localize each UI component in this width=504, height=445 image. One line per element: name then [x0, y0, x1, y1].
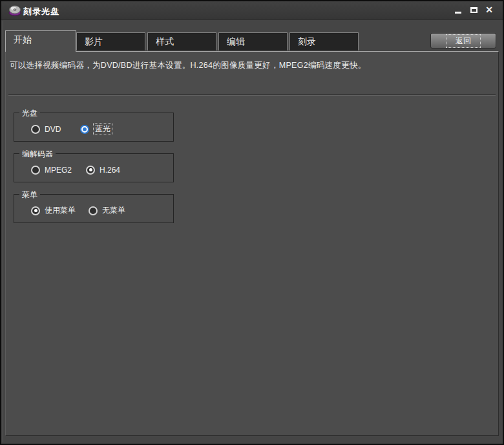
- tab-style[interactable]: 样式: [147, 32, 216, 50]
- radio-use-menu[interactable]: 使用菜单: [31, 205, 76, 216]
- minimize-icon: [455, 12, 461, 14]
- back-button-label: 返回: [446, 35, 480, 47]
- radio-bluray[interactable]: 蓝光: [80, 124, 112, 135]
- group-codec-options: MPEG2 H.264: [14, 154, 173, 182]
- content-panel: 可以选择视频编码器，为DVD/BD进行基本设置。H.264的图像质量更好，MPE…: [5, 51, 499, 436]
- tab-start[interactable]: 开始: [5, 30, 76, 52]
- radio-dvd-icon: [31, 125, 40, 134]
- group-menu-options: 使用菜单 无菜单: [14, 195, 173, 222]
- group-codec: 编解码器 MPEG2 H.264: [14, 153, 174, 182]
- radio-dvd[interactable]: DVD: [31, 125, 61, 134]
- disc-icon: [8, 4, 22, 17]
- app-window: 刻录光盘 ✕ 开始 影片 样式 编辑 刻录 返回 可以选择视频编码器，为DVD/…: [0, 0, 504, 445]
- radio-mpeg2[interactable]: MPEG2: [31, 166, 72, 175]
- radio-h264-label: H.264: [100, 166, 120, 175]
- tab-burn[interactable]: 刻录: [289, 32, 359, 50]
- maximize-button[interactable]: [468, 3, 479, 16]
- close-button[interactable]: ✕: [483, 3, 495, 16]
- radio-dvd-label: DVD: [45, 125, 61, 134]
- title-bar[interactable]: 刻录光盘 ✕: [1, 1, 503, 20]
- window-controls: ✕: [452, 3, 495, 16]
- group-menu: 菜单 使用菜单 无菜单: [14, 194, 174, 223]
- radio-h264[interactable]: H.264: [86, 166, 120, 175]
- tab-movie[interactable]: 影片: [76, 32, 145, 50]
- radio-bluray-label: 蓝光: [94, 124, 112, 135]
- radio-mpeg2-label: MPEG2: [45, 166, 72, 175]
- back-button[interactable]: 返回: [430, 33, 496, 49]
- window-bevel: [3, 21, 3, 442]
- radio-use-menu-label: 使用菜单: [45, 205, 76, 216]
- minimize-button[interactable]: [452, 3, 464, 16]
- group-disc: 光盘 DVD 蓝光: [14, 113, 174, 142]
- radio-h264-icon: [86, 166, 95, 175]
- maximize-icon: [470, 7, 478, 13]
- group-disc-options: DVD 蓝光: [14, 113, 173, 141]
- radio-no-menu-icon: [89, 206, 98, 215]
- separator-line: [8, 94, 496, 96]
- radio-no-menu[interactable]: 无菜单: [89, 205, 125, 216]
- window-title: 刻录光盘: [23, 6, 59, 17]
- radio-use-menu-icon: [31, 206, 40, 215]
- tab-edit[interactable]: 编辑: [218, 32, 288, 50]
- radio-mpeg2-icon: [31, 166, 40, 175]
- radio-bluray-icon: [80, 125, 89, 134]
- radio-no-menu-label: 无菜单: [102, 205, 125, 216]
- close-icon: ✕: [485, 5, 493, 14]
- description-text: 可以选择视频编码器，为DVD/BD进行基本设置。H.264的图像质量更好，MPE…: [10, 60, 366, 71]
